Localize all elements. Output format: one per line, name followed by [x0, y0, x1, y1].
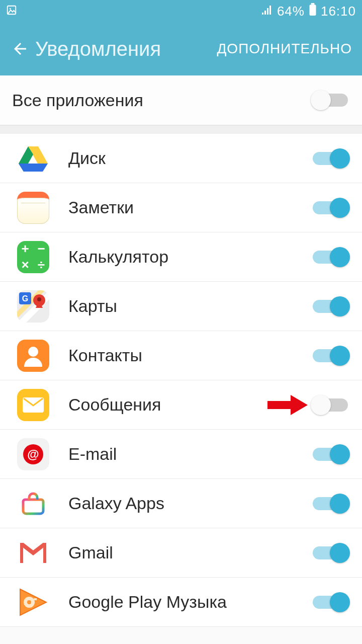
app-row-notes[interactable]: Заметки [0, 183, 362, 232]
maps-icon: G [17, 290, 49, 323]
page-title: Уведомления [35, 38, 217, 60]
app-toggle-maps[interactable] [311, 296, 350, 317]
app-row-gmail[interactable]: Gmail [0, 528, 362, 578]
status-bar: 64% 16:10 [0, 0, 362, 22]
app-label: Диск [68, 148, 311, 168]
app-label: Заметки [68, 198, 311, 217]
svg-rect-2 [309, 5, 316, 16]
galaxy-apps-icon [17, 488, 49, 520]
app-label: E-mail [68, 444, 311, 464]
all-apps-label: Все приложения [12, 91, 311, 110]
notes-icon [17, 192, 49, 224]
svg-marker-6 [19, 164, 48, 172]
app-toggle-contacts[interactable] [311, 345, 350, 366]
email-icon: @ [17, 438, 49, 470]
header-action-more[interactable]: ДОПОЛНИТЕЛЬНО [217, 41, 352, 57]
app-list: Диск Заметки +−×÷ Калькулятор G [0, 134, 362, 627]
app-header: Уведомления ДОПОЛНИТЕЛЬНО [0, 22, 362, 75]
app-row-calc[interactable]: +−×÷ Калькулятор [0, 232, 362, 282]
app-toggle-gmail[interactable] [311, 542, 350, 564]
app-label: Gmail [68, 543, 311, 562]
app-row-galaxyapps[interactable]: Galaxy Apps [0, 479, 362, 528]
svg-rect-3 [311, 3, 315, 5]
svg-point-1 [10, 8, 11, 9]
all-apps-toggle[interactable] [311, 90, 350, 111]
svg-rect-15 [267, 401, 291, 409]
svg-point-12 [37, 297, 41, 301]
image-indicator-icon [6, 4, 17, 19]
contacts-icon [17, 340, 49, 372]
app-label: Карты [68, 296, 311, 316]
signal-icon [261, 4, 273, 19]
gmail-icon [17, 537, 49, 569]
app-row-contacts[interactable]: Контакты [0, 331, 362, 380]
back-button[interactable] [10, 39, 30, 59]
app-label: Контакты [68, 346, 311, 365]
app-row-messages[interactable]: Сообщения [0, 380, 362, 430]
svg-point-25 [27, 600, 31, 604]
app-label: Galaxy Apps [68, 494, 311, 513]
app-toggle-drive[interactable] [311, 148, 350, 169]
app-toggle-playmusic[interactable] [311, 592, 350, 613]
battery-icon [309, 3, 317, 20]
app-label: Калькулятор [68, 247, 311, 267]
svg-text:G: G [22, 294, 28, 303]
battery-percent: 64% [277, 4, 305, 19]
svg-marker-16 [291, 395, 308, 415]
app-row-email[interactable]: @ E-mail [0, 430, 362, 479]
messages-icon [17, 389, 49, 421]
app-label: Google Play Музыка [68, 592, 311, 612]
app-row-drive[interactable]: Диск [0, 134, 362, 183]
annotation-arrow-icon [267, 394, 308, 416]
app-toggle-galaxyapps[interactable] [311, 493, 350, 514]
svg-point-13 [28, 347, 38, 357]
app-toggle-messages[interactable] [311, 394, 350, 416]
clock: 16:10 [321, 4, 356, 19]
app-row-playmusic[interactable]: Google Play Музыка [0, 578, 362, 627]
app-toggle-notes[interactable] [311, 197, 350, 218]
all-apps-row[interactable]: Все приложения [0, 75, 362, 126]
drive-icon [17, 142, 49, 175]
app-toggle-email[interactable] [311, 444, 350, 465]
section-gap [0, 126, 362, 134]
app-row-maps[interactable]: G Карты [0, 282, 362, 331]
play-music-icon [17, 586, 49, 618]
svg-text:@: @ [27, 447, 39, 461]
calculator-icon: +−×÷ [17, 241, 49, 273]
app-toggle-calc[interactable] [311, 247, 350, 268]
